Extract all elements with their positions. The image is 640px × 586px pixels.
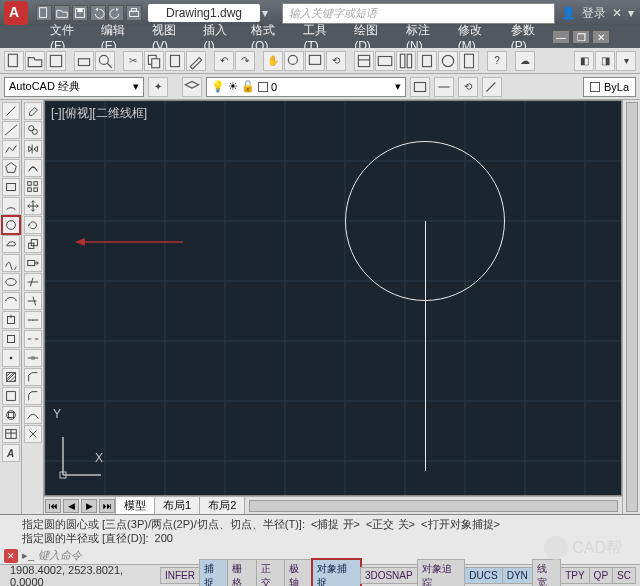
stretch-icon[interactable] [24,254,42,272]
array-icon[interactable] [24,178,42,196]
status-infer[interactable]: INFER [160,567,200,584]
layer-match-icon[interactable] [482,77,502,97]
status-ducs[interactable]: DUCS [464,567,502,584]
tab-prev-icon[interactable]: ◀ [63,499,79,513]
pan-icon[interactable]: ✋ [263,51,283,71]
match-icon[interactable] [186,51,206,71]
redo-icon[interactable]: ↷ [235,51,255,71]
tab-layout1[interactable]: 布局1 [154,496,200,514]
gradient-icon[interactable] [2,387,20,405]
ucs-icon[interactable] [57,431,107,481]
status-osnap[interactable]: 对象捕捉 [312,559,361,587]
help-icon[interactable]: ? [487,51,507,71]
exchange-icon[interactable]: ✕ [612,6,622,20]
mirror-icon[interactable] [24,140,42,158]
copy-icon[interactable] [144,51,164,71]
zoom-prev-icon[interactable]: ⟲ [326,51,346,71]
revcloud-icon[interactable] [2,235,20,253]
arc-icon[interactable] [2,197,20,215]
help-dropdown-icon[interactable]: ▾ [628,6,634,20]
join-icon[interactable] [24,349,42,367]
vscrollbar[interactable] [622,100,640,514]
workspace-settings-icon[interactable]: ✦ [148,77,168,97]
nav-bar-icon[interactable]: ◨ [595,51,615,71]
mdi-minimize-icon[interactable]: — [552,30,570,44]
offset-icon[interactable] [24,159,42,177]
coords-readout[interactable]: 1908.4002, 2523.8021, 0.0000 [4,564,161,587]
table-icon[interactable] [2,425,20,443]
cut-icon[interactable]: ✂ [123,51,143,71]
user-icon[interactable]: 👤 [561,6,576,20]
polygon-icon[interactable] [2,159,20,177]
workspace-combo[interactable]: AutoCAD 经典 ▾ [4,77,144,97]
region-icon[interactable] [2,406,20,424]
status-qp[interactable]: QP [589,567,613,584]
ellipse-icon[interactable] [2,273,20,291]
hscrollbar[interactable] [249,500,618,512]
erase-icon[interactable] [24,102,42,120]
status-ortho[interactable]: 正交 [256,559,285,587]
fillet-icon[interactable] [24,387,42,405]
layer-prev-icon[interactable]: ⟲ [458,77,478,97]
spline-icon[interactable] [2,254,20,272]
zoom-window-icon[interactable] [305,51,325,71]
title-dropdown-icon[interactable]: ▾ [262,6,276,20]
xline-icon[interactable] [2,121,20,139]
save-icon[interactable] [46,51,66,71]
properties-icon[interactable] [354,51,374,71]
explode-icon[interactable] [24,425,42,443]
circle-icon[interactable] [2,216,20,234]
viewport-label[interactable]: [-][俯视][二维线框] [51,105,147,122]
status-snap[interactable]: 捕捉 [199,559,228,587]
rotate-icon[interactable] [24,216,42,234]
chamfer-icon[interactable] [24,368,42,386]
drawing-canvas[interactable]: [-][俯视][二维线框] Y X [44,100,622,496]
color-combo[interactable]: ByLa [583,77,636,97]
status-grid[interactable]: 栅格 [227,559,256,587]
tab-first-icon[interactable]: ⏮ [45,499,61,513]
layer-iso-icon[interactable] [434,77,454,97]
tool-palettes-icon[interactable] [396,51,416,71]
tab-model[interactable]: 模型 [115,496,155,514]
status-polar[interactable]: 极轴 [284,559,313,587]
calc-icon[interactable] [459,51,479,71]
cloud-icon[interactable]: ☁ [515,51,535,71]
scale-icon[interactable] [24,235,42,253]
dc-icon[interactable] [375,51,395,71]
undo-icon[interactable]: ↶ [214,51,234,71]
new-icon[interactable] [4,51,24,71]
mdi-close-icon[interactable]: ✕ [592,30,610,44]
markup-icon[interactable] [438,51,458,71]
preview-icon[interactable] [95,51,115,71]
mdi-restore-icon[interactable]: ❐ [572,30,590,44]
app-menu-button[interactable] [4,1,28,25]
status-otrack[interactable]: 对象追踪 [417,559,466,587]
command-close-icon[interactable]: ✕ [4,549,18,563]
copy-obj-icon[interactable] [24,121,42,139]
break-icon[interactable] [24,330,42,348]
toolbar-dropdown-icon[interactable]: ▾ [616,51,636,71]
pline-icon[interactable] [2,140,20,158]
blend-icon[interactable] [24,406,42,424]
zoom-realtime-icon[interactable] [284,51,304,71]
rectangle-icon[interactable] [2,178,20,196]
extend-icon[interactable] [24,292,42,310]
mtext-icon[interactable]: A [2,444,20,462]
insert-block-icon[interactable] [2,311,20,329]
move-icon[interactable] [24,197,42,215]
layer-props-icon[interactable] [182,77,202,97]
tab-last-icon[interactable]: ⏭ [99,499,115,513]
nav-cube-icon[interactable]: ◧ [574,51,594,71]
layer-combo[interactable]: 💡 ☀ 🔓 0 ▾ [206,77,406,97]
break-point-icon[interactable] [24,311,42,329]
ellipse-arc-icon[interactable] [2,292,20,310]
status-tpy[interactable]: TPY [560,567,589,584]
sheet-set-icon[interactable] [417,51,437,71]
hatch-icon[interactable] [2,368,20,386]
tab-next-icon[interactable]: ▶ [81,499,97,513]
line-icon[interactable] [2,102,20,120]
paste-icon[interactable] [165,51,185,71]
status-3dosnap[interactable]: 3DOSNAP [360,567,418,584]
open-icon[interactable] [25,51,45,71]
plot-icon[interactable] [74,51,94,71]
